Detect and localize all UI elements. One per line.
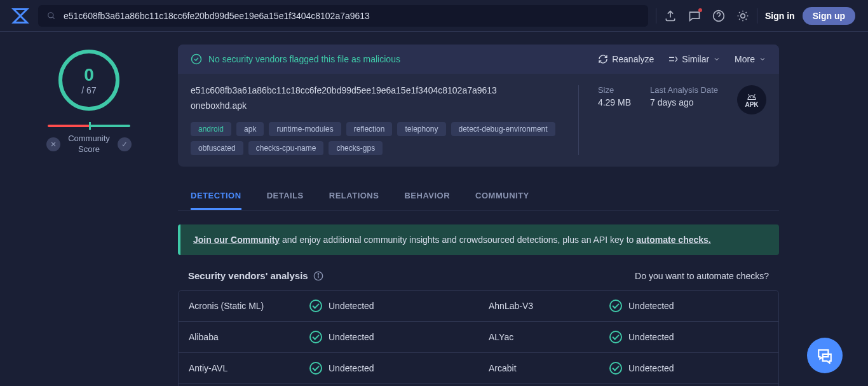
vendor-status: Undetected [309, 331, 374, 343]
filetype-badge: APK [737, 85, 766, 114]
date-label: Last Analysis Date [650, 85, 718, 95]
vendor-row: AlibabaUndetectedALYacUndetected [179, 322, 778, 353]
check-icon [309, 300, 322, 312]
vendor-row: Antiy-AVLUndetectedArcabitUndetected [179, 353, 778, 384]
tab-details[interactable]: DETAILS [267, 183, 304, 210]
chevron-down-icon [713, 55, 721, 63]
chat-icon [817, 347, 833, 364]
svg-line-1 [53, 17, 55, 18]
vote-negative-icon[interactable]: ✕ [46, 137, 60, 151]
tag-detect-debug-environment[interactable]: detect-debug-environment [451, 122, 555, 136]
vendor-status: Undetected [609, 362, 674, 375]
logo[interactable] [10, 6, 31, 26]
tag-checks-gps[interactable]: checks-gps [329, 141, 383, 155]
tab-detection[interactable]: DETECTION [191, 183, 241, 210]
reanalyze-button[interactable]: Reanalyze [598, 54, 654, 64]
search-icon [47, 11, 56, 20]
size-value: 4.29 MB [598, 97, 631, 107]
vendor-name: Acronis (Static ML) [189, 301, 309, 311]
flag-status-text: No security vendors flagged this file as… [208, 54, 400, 64]
refresh-icon [598, 54, 608, 64]
vote-positive-icon[interactable]: ✓ [118, 137, 132, 151]
theme-icon[interactable] [736, 10, 749, 22]
divider [757, 8, 757, 24]
automate-prompt[interactable]: Do you want to automate checks? [635, 271, 769, 281]
upload-icon[interactable] [664, 10, 677, 22]
vendor-cell: AhnLab-V3Undetected [478, 291, 778, 321]
vendor-name: AhnLab-V3 [489, 301, 609, 311]
tag-obfuscated[interactable]: obfuscated [191, 141, 243, 155]
svg-point-9 [318, 273, 318, 274]
search-bar [38, 5, 648, 27]
similar-button[interactable]: Similar [668, 54, 721, 64]
divider [656, 8, 656, 24]
analysis-title: Security vendors' analysis [188, 270, 308, 281]
android-icon [746, 92, 757, 101]
gauge-tick [89, 122, 91, 130]
tag-checks-cpu-name[interactable]: checks-cpu-name [248, 141, 324, 155]
automate-checks-link[interactable]: automate checks. [636, 235, 711, 245]
comment-icon[interactable] [688, 10, 701, 22]
score-total: / 67 [81, 85, 96, 95]
check-icon [309, 331, 322, 343]
chat-fab[interactable] [807, 338, 843, 373]
tag-telephony[interactable]: telephony [397, 122, 445, 136]
signin-link[interactable]: Sign in [765, 11, 795, 21]
svg-point-4 [192, 55, 201, 64]
community-banner: Join our Community and enjoy additional … [178, 224, 779, 255]
vendor-name: Alibaba [189, 332, 309, 342]
tag-runtime-modules[interactable]: runtime-modules [269, 122, 341, 136]
vendor-status: Undetected [609, 300, 674, 312]
svg-point-3 [741, 13, 745, 18]
tag-android[interactable]: android [191, 122, 231, 136]
tab-community[interactable]: COMMUNITY [475, 183, 529, 210]
tag-reflection[interactable]: reflection [346, 122, 393, 136]
more-button[interactable]: More [735, 54, 766, 64]
tag-apk[interactable]: apk [236, 122, 264, 136]
date-value: 7 days ago [650, 97, 718, 107]
svg-point-6 [753, 97, 754, 98]
size-label: Size [598, 85, 631, 95]
vendor-cell: AlibabaUndetected [179, 322, 478, 352]
check-circle-icon [191, 53, 202, 65]
vendor-cell: Antiy-AVLUndetected [179, 353, 478, 383]
info-icon[interactable] [313, 271, 323, 281]
check-icon [609, 300, 622, 312]
join-community-link[interactable]: Join our Community [193, 235, 280, 245]
banner-text: and enjoy additional community insights … [280, 235, 636, 245]
vendor-status: Undetected [309, 300, 374, 312]
vendor-status: Undetected [609, 331, 674, 343]
community-score-label: Community Score [68, 134, 110, 155]
vendor-name: Antiy-AVL [189, 363, 309, 373]
file-hash: e51c608fb3a61a86bc11c18cc6fe20bd99d5ee19… [191, 85, 559, 95]
check-icon [609, 331, 622, 343]
vendor-status: Undetected [309, 362, 374, 375]
vendor-name: Arcabit [489, 363, 609, 373]
tab-behavior[interactable]: BEHAVIOR [404, 183, 450, 210]
vendor-cell: ArcabitUndetected [478, 353, 778, 383]
chevron-down-icon [759, 55, 766, 63]
notification-dot [698, 8, 702, 12]
similar-icon [668, 54, 678, 64]
help-icon[interactable] [712, 10, 725, 22]
tab-relations[interactable]: RELATIONS [329, 183, 379, 210]
vendor-cell: ALYacUndetected [478, 322, 778, 352]
community-gauge [48, 125, 130, 127]
check-icon [309, 362, 322, 375]
check-icon [609, 362, 622, 375]
vendor-name: ALYac [489, 332, 609, 342]
detection-score-ring: 0 / 67 [58, 50, 119, 111]
svg-point-0 [48, 12, 53, 17]
file-info-card: No security vendors flagged this file as… [178, 45, 779, 167]
signup-button[interactable]: Sign up [803, 7, 855, 25]
file-name: oneboxhd.apk [191, 100, 559, 111]
vendor-cell: Acronis (Static ML)Undetected [179, 291, 478, 321]
search-input[interactable] [64, 11, 639, 21]
score-detected: 0 [84, 65, 94, 85]
vendor-row: Acronis (Static ML)UndetectedAhnLab-V3Un… [179, 291, 778, 322]
svg-point-5 [750, 97, 751, 98]
